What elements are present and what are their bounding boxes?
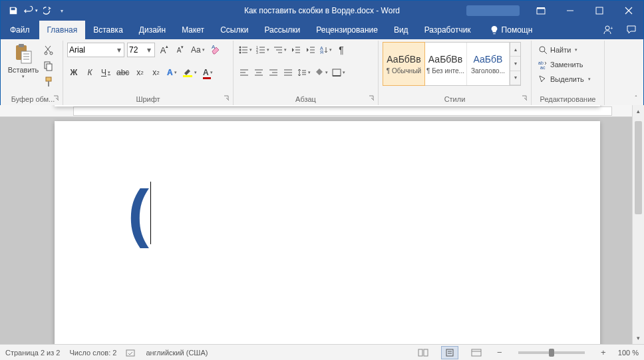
web-layout-button[interactable]	[468, 346, 485, 359]
text-effects-button[interactable]: A	[165, 65, 178, 80]
read-mode-button[interactable]	[414, 346, 432, 359]
subscript-button[interactable]: x2	[133, 65, 146, 80]
font-size-selector[interactable]: ▾	[127, 43, 155, 57]
superscript-button[interactable]: x2	[149, 65, 162, 80]
highlight-button[interactable]	[181, 65, 198, 80]
change-case-button[interactable]: Aa	[190, 43, 206, 57]
align-left-button[interactable]	[238, 65, 251, 80]
zoom-in-button[interactable]: +	[598, 347, 609, 357]
tab-references[interactable]: Ссылки	[212, 21, 256, 39]
styles-scroller: ▴ ▾ ▾	[510, 43, 520, 85]
format-painter-button[interactable]	[42, 75, 55, 89]
zoom-out-button[interactable]: −	[494, 347, 505, 357]
tab-home[interactable]: Главная	[39, 21, 86, 39]
grow-font-button[interactable]: A▴	[158, 43, 171, 57]
tab-mailings[interactable]: Рассылки	[256, 21, 308, 39]
font-size-input[interactable]	[129, 45, 145, 55]
maximize-button[interactable]	[585, 1, 614, 21]
underline-button[interactable]: Ч	[99, 65, 112, 80]
share-button[interactable]: +	[595, 25, 619, 35]
close-button[interactable]	[614, 1, 643, 21]
styles-expand[interactable]: ▾	[510, 71, 520, 85]
svg-point-61	[540, 47, 545, 52]
page-indicator[interactable]: Страница 2 из 2	[5, 349, 60, 357]
tab-developer[interactable]: Разработчик	[416, 21, 479, 39]
tab-review[interactable]: Рецензирование	[308, 21, 386, 39]
save-button[interactable]	[6, 3, 21, 18]
zoom-level[interactable]: 100 %	[618, 349, 639, 357]
redo-button[interactable]	[41, 3, 55, 18]
qat-customize[interactable]: ▾	[58, 3, 66, 18]
vertical-scrollbar[interactable]: ▴ ▾	[632, 105, 644, 344]
bold-button[interactable]: Ж	[67, 65, 80, 80]
print-layout-button[interactable]	[441, 346, 458, 359]
account-indicator[interactable]	[466, 5, 520, 16]
tab-insert[interactable]: Вставка	[85, 21, 131, 39]
document-content[interactable]: (	[128, 181, 151, 245]
paragraph-launcher[interactable]	[369, 95, 377, 103]
group-paragraph: 123 AЯ ¶ Абзац	[234, 41, 379, 105]
strikethrough-button[interactable]: abc	[115, 65, 130, 80]
multilevel-list-button[interactable]	[272, 43, 288, 57]
increase-indent-button[interactable]	[304, 43, 317, 57]
font-launcher[interactable]	[224, 95, 232, 103]
group-editing: Найти ▾ abac Заменить Выделить ▾ Редакти…	[532, 41, 605, 105]
align-center-icon	[254, 69, 263, 77]
replace-button[interactable]: abac Заменить	[536, 58, 585, 71]
svg-point-12	[45, 52, 47, 55]
styles-up[interactable]: ▴	[510, 43, 520, 57]
shrink-font-button[interactable]: A▾	[174, 43, 187, 57]
sort-button[interactable]: AЯ	[319, 43, 333, 57]
line-spacing-button[interactable]	[296, 65, 312, 80]
bullets-button[interactable]	[238, 43, 253, 57]
font-color-button[interactable]: A	[201, 65, 214, 80]
minimize-button[interactable]	[556, 1, 585, 21]
show-marks-button[interactable]: ¶	[335, 43, 348, 57]
font-name-input[interactable]	[69, 45, 116, 55]
zoom-slider[interactable]	[518, 351, 585, 354]
comments-button[interactable]	[619, 25, 643, 35]
justify-button[interactable]	[281, 65, 295, 80]
select-button[interactable]: Выделить ▾	[536, 73, 593, 86]
tellme-search[interactable]: Помощн	[482, 21, 541, 39]
align-center-button[interactable]	[252, 65, 265, 80]
align-right-button[interactable]	[267, 65, 280, 80]
find-button[interactable]: Найти ▾	[536, 43, 580, 57]
style-normal[interactable]: АаБбВв ¶ Обычный	[383, 42, 425, 86]
zoom-knob[interactable]	[549, 349, 554, 357]
clipboard-launcher[interactable]	[53, 95, 61, 103]
spellcheck-button[interactable]	[126, 348, 136, 357]
chevron-down-icon[interactable]: ▾	[145, 45, 153, 55]
scroll-down-button[interactable]: ▾	[633, 332, 644, 344]
clear-formatting-button[interactable]: A	[209, 43, 222, 57]
scroll-up-button[interactable]: ▴	[633, 105, 644, 117]
page[interactable]: (	[55, 121, 600, 344]
collapse-ribbon-button[interactable]: ˆ	[631, 93, 641, 102]
style-no-spacing[interactable]: АаБбВв ¶ Без инте...	[424, 43, 467, 85]
style-heading1[interactable]: АаБбВ Заголово...	[467, 43, 510, 85]
word-count[interactable]: Число слов: 2	[69, 349, 116, 357]
horizontal-ruler[interactable]	[0, 105, 632, 117]
styles-launcher[interactable]	[522, 95, 530, 103]
replace-icon: abac	[538, 60, 548, 69]
borders-button[interactable]	[331, 65, 347, 80]
cut-button[interactable]	[42, 43, 55, 57]
language-indicator[interactable]: английский (США)	[146, 349, 208, 357]
ribbon-display-options[interactable]	[526, 1, 556, 21]
group-clipboard: Вставить ▾ Буфер обм...	[3, 41, 63, 105]
paste-button[interactable]: Вставить ▾	[7, 42, 39, 79]
tab-view[interactable]: Вид	[386, 21, 416, 39]
shading-button[interactable]	[313, 65, 329, 80]
decrease-indent-button[interactable]	[289, 43, 303, 57]
chevron-down-icon[interactable]: ▾	[116, 45, 122, 55]
scroll-thumb[interactable]	[635, 121, 642, 214]
italic-button[interactable]: К	[83, 65, 96, 80]
numbering-button[interactable]: 123	[255, 43, 271, 57]
tab-file[interactable]: Файл	[1, 21, 39, 39]
font-name-selector[interactable]: ▾	[67, 43, 124, 57]
styles-down[interactable]: ▾	[510, 57, 520, 71]
tab-design[interactable]: Дизайн	[131, 21, 174, 39]
tab-layout[interactable]: Макет	[174, 21, 212, 39]
copy-button[interactable]	[42, 59, 55, 73]
undo-button[interactable]: ▾	[23, 3, 38, 18]
